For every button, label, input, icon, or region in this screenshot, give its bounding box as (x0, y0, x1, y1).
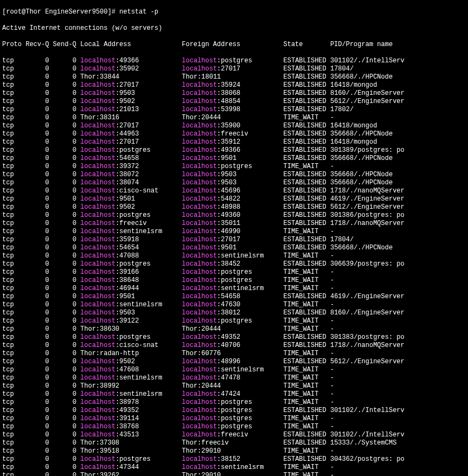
local-address-cell: Thor:38316 (80, 114, 182, 121)
foreign-port: :9503 (217, 171, 283, 178)
proto-cell: tcp (2, 114, 25, 121)
recvq-cell: 0 (25, 447, 53, 455)
pid-cell: - (330, 301, 334, 308)
foreign-port: Thor:29010 (182, 447, 283, 455)
state-cell: ESTABLISHED (284, 203, 330, 211)
local-port: :27017 (116, 138, 182, 146)
sendq-cell: 0 (53, 89, 80, 97)
proto-cell: tcp (2, 268, 25, 276)
proto-cell: tcp (2, 415, 25, 422)
proto-cell: tcp (2, 366, 25, 374)
local-address-cell: localhost:9502 (80, 358, 182, 365)
recvq-cell: 0 (25, 293, 53, 300)
local-port: Thor:33844 (80, 73, 182, 81)
local-host: localhost (80, 228, 116, 235)
connection-row: tcp 0 0 localhost:38648 localhost:postgr… (2, 276, 466, 285)
local-host: localhost (80, 130, 116, 138)
foreign-host: localhost (182, 65, 217, 73)
command-text: netstat -p (119, 8, 158, 16)
local-port: Thor:radan-http (80, 350, 182, 357)
proto-cell: tcp (2, 472, 25, 476)
local-host: localhost (80, 244, 116, 252)
state-cell: ESTABLISHED (284, 179, 330, 186)
pid-cell: - (330, 374, 334, 382)
foreign-host: localhost (182, 317, 217, 325)
local-address-cell: Thor:39518 (80, 447, 182, 455)
pid-cell: - (330, 366, 334, 374)
foreign-address-cell: localhost:40706 (182, 342, 283, 349)
local-host: localhost (80, 366, 116, 374)
sendq-cell: 0 (53, 309, 80, 317)
proto-cell: tcp (2, 342, 25, 349)
foreign-host: localhost (182, 260, 217, 268)
state-cell: ESTABLISHED (284, 98, 330, 105)
local-port: :54654 (116, 244, 182, 252)
local-host: localhost (80, 195, 116, 203)
sendq-cell: 0 (53, 187, 80, 195)
foreign-address-cell: localhost:postgres (182, 423, 283, 430)
sendq-cell: 0 (53, 155, 80, 162)
recvq-cell: 0 (25, 415, 53, 422)
connection-row: tcp 0 0 localhost:9503 localhost:38012 E… (2, 309, 466, 317)
pid-cell: 16418/mongod (330, 138, 377, 146)
foreign-address-cell: localhost:postgres (182, 415, 283, 422)
foreign-address-cell: localhost:sentinelsrm (182, 285, 283, 292)
pid-cell: 301102/./IntellServ (330, 57, 405, 65)
pid-cell: 1718/./nanoMQServer (330, 342, 405, 349)
local-port: :39372 (116, 163, 182, 170)
local-address-cell: localhost:39114 (80, 415, 182, 422)
local-host: localhost (80, 285, 116, 292)
foreign-host: localhost (182, 211, 217, 219)
local-host: localhost (80, 163, 116, 170)
connection-row: tcp 0 0 localhost:35918 localhost:27017 … (2, 236, 466, 244)
local-address-cell: localhost:38648 (80, 276, 182, 284)
sendq-cell: 0 (53, 171, 80, 178)
local-host: localhost (80, 333, 116, 341)
local-host: localhost (80, 309, 116, 317)
foreign-address-cell: localhost:9503 (182, 179, 283, 186)
sendq-cell: 0 (53, 244, 80, 252)
connection-row: tcp 0 0 localhost:44963 localhost:freeci… (2, 130, 466, 138)
foreign-address-cell: localhost:postgres (182, 398, 283, 406)
sendq-cell: 0 (53, 81, 80, 89)
proto-cell: tcp (2, 285, 25, 292)
pid-cell: 5612/./EngineServer (330, 358, 405, 365)
recvq-cell: 0 (25, 317, 53, 325)
local-port: Thor:38992 (80, 382, 182, 390)
local-port: :9503 (116, 89, 182, 97)
foreign-port: :49366 (217, 146, 283, 154)
recvq-cell: 0 (25, 130, 53, 138)
pid-cell: - (330, 382, 334, 390)
local-host: localhost (80, 268, 116, 276)
local-host: localhost (80, 423, 116, 430)
proto-cell: tcp (2, 382, 25, 390)
pid-cell: - (330, 268, 334, 276)
pid-cell: 4619/./EngineServer (330, 195, 405, 203)
foreign-port: :freeciv (217, 431, 283, 439)
recvq-cell: 0 (25, 155, 53, 162)
local-port: :9503 (116, 309, 182, 317)
foreign-host: localhost (182, 130, 217, 138)
foreign-address-cell: Thor:freeciv (182, 439, 283, 447)
foreign-address-cell: Thor:18011 (182, 73, 283, 81)
state-cell: ESTABLISHED (284, 146, 330, 154)
state-cell: ESTABLISHED (284, 65, 330, 73)
local-host: localhost (80, 89, 116, 97)
proto-cell: tcp (2, 98, 25, 105)
proto-cell: tcp (2, 447, 25, 455)
local-port: :47608 (116, 366, 182, 374)
local-port: Thor:38630 (80, 325, 182, 333)
state-cell: ESTABLISHED (284, 89, 330, 97)
local-port: :39166 (116, 268, 182, 276)
local-address-cell: localhost:postgres (80, 146, 182, 154)
connection-row: tcp 0 0 localhost:9501 localhost:54822 E… (2, 195, 466, 203)
pid-cell: 17804/ (330, 65, 354, 73)
connection-row: tcp 0 0 localhost:cisco-snat localhost:4… (2, 187, 466, 195)
sendq-cell: 0 (53, 423, 80, 430)
connection-row: tcp 0 0 localhost:39122 localhost:postgr… (2, 317, 466, 325)
local-host: localhost (80, 179, 116, 186)
local-port: :47088 (116, 252, 182, 260)
local-port: :9501 (116, 293, 182, 300)
local-port: :9502 (116, 203, 182, 211)
local-address-cell: localhost:postgres (80, 211, 182, 219)
